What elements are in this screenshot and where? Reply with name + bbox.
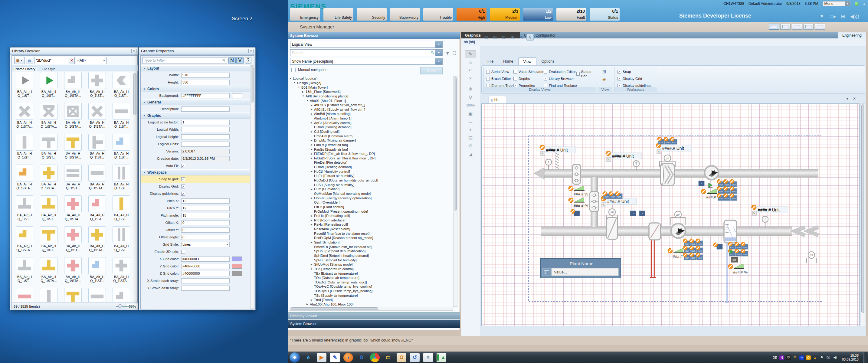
ribbon-tab-view[interactable]: View xyxy=(518,58,537,65)
tab-file-style[interactable]: File Style xyxy=(40,67,57,71)
select-cursor-icon[interactable]: ⇖ xyxy=(526,34,534,40)
library-source-button[interactable]: ▣ ▼ xyxy=(14,57,25,64)
library-item[interactable]: BA_Air_HQ_1\ST... xyxy=(109,195,133,221)
ribbon-tab-file[interactable]: File xyxy=(483,58,498,65)
property-input[interactable]: #40FF0000 xyxy=(181,264,229,269)
ie-icon[interactable]: e xyxy=(304,353,313,362)
property-checkbox[interactable]: ✓ xyxy=(181,184,185,188)
tree-item[interactable]: ▶Hum [Humidifier] xyxy=(289,187,453,191)
tree-item[interactable]: ▶FanEx [Extract air fan] xyxy=(289,143,453,147)
tree-expander-icon[interactable]: ▶ xyxy=(310,223,313,226)
alarm-button-high[interactable]: 0/1High xyxy=(457,8,487,21)
library-item[interactable]: BA_Air_HQ_1\ST... xyxy=(85,134,109,159)
tree-item[interactable]: SpHu [Setpoint for humidity] xyxy=(289,258,453,262)
tree-expander-icon[interactable]: ▶ xyxy=(310,152,313,155)
tree-expander-icon[interactable]: ▶ xyxy=(310,267,313,270)
alarm-button-security[interactable]: Security xyxy=(357,8,386,21)
property-input[interactable]: 15 xyxy=(181,213,229,218)
alarm-button-supervisory[interactable]: Supervisory xyxy=(390,8,420,21)
alarm-button-emergency[interactable]: Emergency xyxy=(290,8,320,21)
section-header-workspace[interactable]: ▼Workspace xyxy=(141,170,250,176)
library-item[interactable]: BA_Air_HQ_1\ST... xyxy=(85,288,109,302)
tree-item[interactable]: ▶AflCtlEx [Extract air vol_flow ctrl_] xyxy=(289,103,453,108)
view-selector[interactable]: Logical View ▼ xyxy=(290,41,443,48)
browser8-icon[interactable]: 8 xyxy=(357,353,366,362)
flag-icon[interactable]: ⚑ xyxy=(819,356,824,360)
library-item[interactable]: BA_Air_HQ_1\ST... xyxy=(37,288,61,302)
tree-item[interactable]: PltCtl [Plant control] xyxy=(289,205,453,209)
properties-scrollbar[interactable] xyxy=(250,65,254,308)
ribbon-checkbox-evaluation-editor[interactable]: Evaluation Editor xyxy=(544,69,576,74)
tree-item[interactable]: TOa [Outside air temperature] xyxy=(289,276,453,280)
pane-layout-button-4[interactable] xyxy=(803,24,813,30)
canvas-tab-bb[interactable]: ▯ bb xyxy=(489,96,506,103)
start-orb[interactable]: ❖ xyxy=(289,353,300,363)
tree-item[interactable]: TOaHysH [Outside temp_hys_heating] xyxy=(289,289,453,294)
pen-icon[interactable]: ✎ xyxy=(465,50,476,58)
onenote-icon[interactable]: N xyxy=(779,356,784,360)
section-header-general[interactable]: ▼General xyxy=(141,99,250,105)
tree-expander-icon[interactable]: ▶ xyxy=(310,263,313,266)
new-file-icon[interactable]: ▥ xyxy=(483,34,490,40)
undo-icon[interactable]: ↶ xyxy=(465,66,476,74)
n-toggle-button[interactable]: N xyxy=(228,57,236,64)
tree-item[interactable]: OpModMan [Manual operating mode] xyxy=(289,191,453,196)
library-item[interactable]: BA_Air_HQ_1\STA... xyxy=(37,103,61,128)
zoom-level[interactable]: 100% xyxy=(465,102,476,109)
properties-filter-input[interactable]: Type to Filter 🔍︎ xyxy=(143,57,227,64)
tree-expander-icon[interactable]: ▶ xyxy=(310,143,313,146)
tree-item[interactable]: HuOaDct [Outs_air humidity outs_air duct… xyxy=(289,178,453,183)
section-header-graphic[interactable]: ▼Graphic xyxy=(141,113,250,119)
ribbon-tab-home[interactable]: Home xyxy=(498,58,518,65)
hvac-schematic[interactable]: T T T ΔP ΔP ΔP ΔP ####.# Unit ✎ ####.# U… xyxy=(482,104,860,326)
system-browser-footer-bar[interactable]: System Browser xyxy=(288,320,460,328)
property-checkbox[interactable]: ✓ xyxy=(181,164,185,168)
home-icon[interactable]: ⌂ xyxy=(465,58,476,66)
tree-item[interactable]: ▶DmpMx [Mixing air damper] xyxy=(289,138,453,143)
system-browser-header[interactable]: System Browser xyxy=(288,32,460,39)
tree-item[interactable]: ▶FilEhDP [Exh_air filter & flow mon_, DP… xyxy=(289,152,453,156)
tree-item[interactable]: CDmd [Cooling demand] xyxy=(289,125,453,129)
tree-item[interactable]: ▶Siml [Simulation] xyxy=(289,240,453,245)
media-player-icon[interactable]: ▶ xyxy=(317,353,327,362)
ribbon-checkbox-library-browser[interactable]: ✓Library Browser xyxy=(544,77,574,81)
tree-expander-icon[interactable]: ▶ xyxy=(310,241,313,244)
v-toggle-button[interactable]: V xyxy=(236,57,244,64)
tree-expander-icon[interactable]: ▼ xyxy=(302,95,305,97)
zoom-in-icon[interactable]: ⊕ xyxy=(465,85,476,93)
recently-viewed-bar[interactable]: Recently Viewed xyxy=(288,312,460,320)
library-item[interactable]: BA_Air_HQ_1\ST... xyxy=(109,288,133,302)
tree-item[interactable]: SpHDmd [Setpoint heating demand] xyxy=(289,253,453,258)
update-icon[interactable]: ▲ xyxy=(813,356,817,360)
color-swatch[interactable] xyxy=(232,271,242,276)
pane-layout-button-1[interactable] xyxy=(769,24,779,30)
ribbon-checkbox-depths[interactable]: Depths xyxy=(514,77,530,81)
tree-expander-icon[interactable]: ▼ xyxy=(293,81,296,84)
tree-expander-icon[interactable]: ▶ xyxy=(302,90,305,93)
event-list-icon[interactable]: ≣▸ xyxy=(829,13,836,20)
tree-item[interactable]: ▶TCtl [Temperature control] xyxy=(289,267,453,271)
tree-expander-icon[interactable]: ▶ xyxy=(310,170,313,173)
tree-expander-icon[interactable]: ▶ xyxy=(306,303,309,305)
property-input[interactable]: 0 xyxy=(181,228,229,233)
firefox-icon[interactable]: ◖ xyxy=(343,353,353,362)
zoom-region-icon[interactable]: ▣ xyxy=(465,110,476,117)
library-item[interactable]: BA_Air_HQ_1\ST... xyxy=(109,134,133,159)
tree-item[interactable]: ▼B01 [Main Tower] xyxy=(289,85,453,90)
center-view-icon[interactable]: ⌖ xyxy=(465,126,476,133)
library-item[interactable]: BA_Air_HQ_1\STA... xyxy=(12,103,37,128)
library-item[interactable]: BA_Air_HQ_1\ST... xyxy=(37,195,61,221)
tree-expander-icon[interactable]: ▶ xyxy=(310,130,313,133)
library-icon[interactable]: ▧ xyxy=(491,34,499,40)
ribbon-checkbox-status-bar[interactable]: Status Bar xyxy=(576,69,596,78)
library-item[interactable]: BA_Air_HQ_1\ST... xyxy=(61,226,85,252)
manual-navigation-checkbox[interactable] xyxy=(291,68,296,72)
close-icon[interactable]: ✕ xyxy=(853,96,856,101)
tree-expander-icon[interactable]: ▶ xyxy=(310,104,313,107)
tree-item[interactable]: ▶Ccl [Cooling coil] xyxy=(289,129,453,134)
tree-item[interactable]: ▼APlt [Air conditioning plants] xyxy=(289,94,453,99)
alarm-button-low[interactable]: 1/2Low xyxy=(523,8,553,21)
tree-item[interactable]: ResetItf [Interface to the alarm reset] xyxy=(289,231,453,236)
library-item[interactable]: BA_Air_HQ_1\ST... xyxy=(12,288,37,302)
language-indicator[interactable]: DE xyxy=(773,356,777,359)
